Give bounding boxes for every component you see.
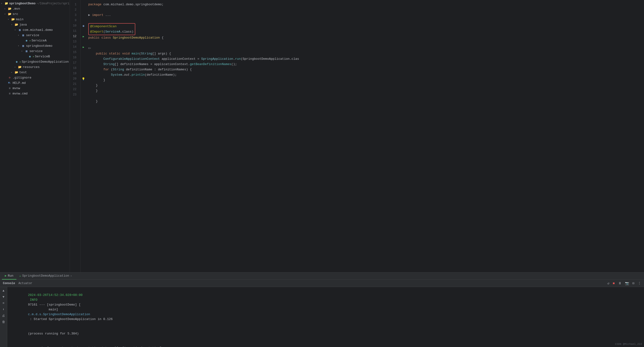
tree-package-root[interactable]: ▦ com.michael.demo: [0, 27, 70, 33]
code-line-11: @Import(ServiceA.class): [90, 29, 134, 34]
java-arrow: [11, 22, 14, 27]
actuator-tab[interactable]: Actuator: [17, 281, 33, 286]
brace-open: {: [162, 35, 164, 40]
annotation-import-at: @Import: [90, 29, 104, 34]
pause-icon[interactable]: ⏸: [617, 281, 622, 286]
gutter-20-lamp[interactable]: 💡: [80, 76, 86, 81]
java-spring-icon: ◉: [28, 55, 32, 58]
run-call: .: [233, 56, 235, 62]
console-line-2: (process running for 5.304): [9, 327, 642, 341]
mvn-arrow: [4, 6, 8, 11]
classname-main: SpringbootDemoApplication: [113, 35, 162, 40]
ln-18: 18: [73, 65, 78, 71]
run-tab-icon: ☕: [19, 274, 21, 278]
tab-close-icon[interactable]: ✕: [70, 275, 72, 277]
scroll-up-btn[interactable]: ▲: [1, 288, 6, 293]
indent-18: [88, 72, 111, 78]
gutter-10[interactable]: ◉: [80, 23, 86, 28]
spring-bean-marker: ▸: [20, 59, 21, 65]
service1-arrow: [18, 33, 21, 38]
process-running: (process running for 5.304): [28, 332, 79, 336]
ln-3: 3: [73, 12, 78, 18]
type-ctx: ConfigurableApplicationContext: [103, 56, 160, 62]
spring-bean-marker: ▸: [33, 54, 34, 59]
serviceB-label: ServiceB: [35, 54, 50, 59]
code-line-20: }: [88, 83, 640, 88]
call16: ();: [231, 62, 237, 67]
tree-java[interactable]: 📂 java: [0, 22, 70, 27]
println-args: (definitionName);: [145, 72, 177, 78]
type-string17: String: [113, 67, 124, 72]
src-arrow: [4, 11, 8, 17]
screenshot-icon[interactable]: 📷: [624, 281, 630, 286]
run-tab[interactable]: ▶ Run: [2, 273, 16, 280]
code-line-17: for (String definitionName : definitionN…: [88, 67, 640, 72]
tree-service2[interactable]: ▦ service: [0, 49, 70, 54]
console-tab[interactable]: Console: [2, 281, 16, 286]
print-btn[interactable]: 🖨: [1, 313, 6, 318]
tree-main[interactable]: 📂 main: [0, 17, 70, 22]
gutter-14-run[interactable]: ▶: [80, 44, 86, 50]
package-icon: ▦: [21, 33, 25, 37]
tree-springboot-main[interactable]: ◉ ▸ SpringbootDemoApplication: [0, 59, 70, 65]
ln-16: 16: [73, 55, 78, 60]
tree-mvnw[interactable]: ≡ mvnw: [0, 86, 70, 91]
import-fold[interactable]: ▶: [88, 12, 92, 18]
filter-icon[interactable]: ⊟: [632, 281, 635, 286]
ln-22: 22: [73, 87, 78, 92]
stop-icon[interactable]: ■: [612, 281, 616, 286]
scroll-down-btn[interactable]: ▼: [1, 294, 6, 300]
clear-btn[interactable]: ⬇: [1, 307, 6, 312]
tree-serviceB[interactable]: ◉ ▸ ServiceB: [0, 54, 70, 59]
gutter-2: [80, 7, 86, 12]
ln-19: 19: [73, 71, 78, 76]
code-line-12: public class SpringbootDemoApplication {: [88, 35, 640, 40]
service2-arrow: [21, 49, 24, 54]
kw-for: for: [103, 67, 111, 72]
resources-arrow: [14, 65, 18, 70]
tree-serviceA[interactable]: ◉ ▸ ServiceA: [0, 38, 70, 43]
gutter-12-run[interactable]: ▶: [80, 34, 86, 39]
tree-gitignore[interactable]: ⊘ .gitignore: [0, 75, 70, 80]
tree-test[interactable]: 📂 test: [0, 70, 70, 75]
more-icon[interactable]: ⋮: [637, 281, 642, 286]
wrap-btn[interactable]: ≡: [1, 301, 6, 306]
java-label: java: [19, 22, 27, 27]
tree-src[interactable]: 📂 src: [0, 11, 70, 17]
console-sidebar: ▲ ▼ ≡ ⬇ 🖨 🗑: [0, 287, 7, 347]
ln-23: 23: [73, 92, 78, 97]
import-class: ServiceA: [105, 29, 120, 34]
for-open: (: [111, 67, 113, 72]
editor-gutter: ◉ ▶ ▶ 💡: [80, 0, 86, 272]
main-label: main: [16, 17, 24, 22]
code-line-19: }: [88, 78, 640, 83]
timestamp: 2024-03-26T14:52:34.028+08:00: [28, 293, 82, 297]
ln-21: 21: [73, 81, 78, 87]
console-toolbar: Console Actuator ↺ ■ ⏸ 📷 ⊟ ⋮: [0, 280, 644, 287]
kw-static: static: [109, 51, 122, 56]
trash-btn[interactable]: 🗑: [1, 319, 6, 325]
type-string: String: [141, 51, 152, 56]
restart-icon[interactable]: ↺: [606, 281, 610, 286]
tree-mvn[interactable]: 📂 .mvn: [0, 6, 70, 11]
tree-mvnwcmd[interactable]: ≡ mvnw.cmd: [0, 91, 70, 96]
resources-label: resources: [23, 65, 40, 70]
log-msg: : Started SpringbootDemoApplication in 0…: [28, 317, 113, 321]
tree-root[interactable]: 📁 springbootDemo ~/IdeaProjects/springbo…: [0, 1, 70, 6]
import-paren-open: (: [104, 29, 106, 34]
import-ellipsis: ...: [105, 12, 111, 18]
gutter-1: [80, 2, 86, 7]
line-numbers: 1 2 3 9 10 11 12 13 14 15 16 17 18 19 20…: [70, 0, 80, 272]
test-label: test: [19, 70, 27, 75]
code-line-18: System.out.println(definitionName);: [88, 72, 640, 78]
code-line-23: }: [88, 99, 640, 104]
springboot-run-tab[interactable]: ☕ SpringbootDemoApplication ✕: [16, 273, 75, 280]
tree-service1[interactable]: ▦ service: [0, 33, 70, 38]
tree-springbootdemo-pkg[interactable]: ▦ springbootdemo: [0, 43, 70, 49]
tree-help[interactable]: M↓ HELP.md: [0, 80, 70, 86]
method-main: main: [132, 51, 139, 56]
package-icon: ▦: [21, 44, 25, 48]
tree-resources[interactable]: 📂 resources: [0, 65, 70, 70]
ln-17: 17: [73, 60, 78, 65]
resources-folder-icon: 📂: [18, 65, 22, 69]
